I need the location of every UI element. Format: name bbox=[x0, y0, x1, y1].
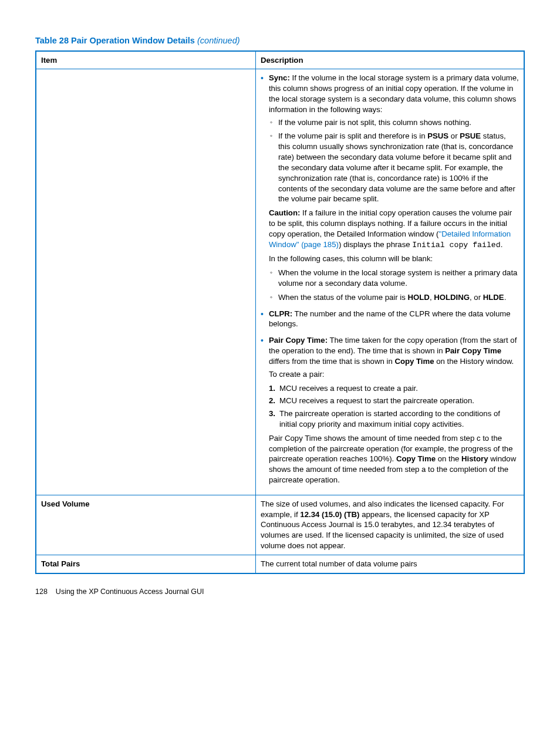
caution-paragraph: Caution: If a failure in the initial cop… bbox=[269, 208, 519, 250]
table-caption: Table 28 Pair Operation Window Details (… bbox=[35, 35, 525, 47]
item-blank bbox=[36, 69, 255, 495]
sync-lead: Sync: bbox=[269, 73, 290, 82]
page-number: 128 bbox=[35, 588, 48, 596]
sync-sub2-a: If the volume pair is split and therefor… bbox=[278, 131, 427, 140]
col-description: Description bbox=[255, 51, 524, 69]
pair-final-paragraph: Pair Copy Time shows the amount of time … bbox=[269, 433, 519, 485]
table-header-row: Item Description bbox=[36, 51, 524, 69]
blank-end: . bbox=[504, 293, 507, 302]
hlde-label: HLDE bbox=[483, 293, 504, 302]
table-row: Total Pairs The current total number of … bbox=[36, 555, 524, 573]
caution-body-b: ) displays the phrase bbox=[339, 240, 412, 249]
history-b: History bbox=[461, 454, 488, 463]
holding-label: HOLDING bbox=[434, 293, 470, 302]
psus: PSUS bbox=[427, 131, 448, 140]
blank-cases-intro: In the following cases, this column will… bbox=[269, 254, 519, 264]
copy-failed-code: Initial copy failed bbox=[412, 241, 500, 249]
used-vol-val: 12.34 (15.0) (TB) bbox=[300, 510, 359, 519]
table-row: Sync: If the volume in the local storage… bbox=[36, 69, 524, 495]
sync-sub-1: If the volume pair is not split, this co… bbox=[269, 117, 519, 128]
clpr-lead: CLPR: bbox=[269, 309, 292, 318]
hold-label: HOLD bbox=[408, 293, 430, 302]
step-2: MCU receives a request to start the pair… bbox=[269, 396, 519, 406]
step-3: The paircreate operation is started acco… bbox=[269, 409, 519, 430]
table-row: Used Volume The size of used volumes, an… bbox=[36, 495, 524, 555]
create-pair-steps: MCU receives a request to create a pair.… bbox=[269, 383, 519, 430]
blank-sub-2: When the status of the volume pair is HO… bbox=[269, 292, 519, 303]
caption-label: Table 28 Pair Operation Window Details bbox=[35, 36, 195, 45]
sep2: , or bbox=[470, 293, 483, 302]
blank-sub2-a: When the status of the volume pair is bbox=[278, 293, 408, 302]
footer-label: Using the XP Continuous Access Journal G… bbox=[56, 588, 204, 596]
sync-sub2-b: status, this column usually shows synchr… bbox=[278, 131, 515, 203]
col-item: Item bbox=[36, 51, 255, 69]
pair-body-c: on the History window. bbox=[434, 357, 514, 366]
to-create-label: To create a pair: bbox=[269, 369, 519, 380]
sync-sub-2: If the volume pair is split and therefor… bbox=[269, 131, 519, 204]
caution-body-c: . bbox=[501, 240, 503, 249]
page-footer: 128Using the XP Continuous Access Journa… bbox=[35, 587, 525, 597]
blank-sub-1: When the volume in the local storage sys… bbox=[269, 268, 519, 289]
cell-description-main: Sync: If the volume in the local storage… bbox=[255, 69, 524, 495]
bullet-clpr: CLPR: The number and the name of the CLP… bbox=[261, 309, 519, 330]
bullet-pair-copy-time: Pair Copy Time: The time taken for the c… bbox=[261, 335, 519, 485]
psue: PSUE bbox=[460, 131, 481, 140]
or-word: or bbox=[448, 131, 460, 140]
pair-operation-table: Item Description Sync: If the volume in … bbox=[35, 50, 525, 574]
clpr-body: The number and the name of the CLPR wher… bbox=[269, 309, 511, 329]
sync-body: If the volume in the local storage syste… bbox=[269, 73, 519, 113]
copy-time-b-2: Copy Time bbox=[396, 454, 436, 463]
step-1: MCU receives a request to create a pair. bbox=[269, 383, 519, 394]
pair-lead: Pair Copy Time: bbox=[269, 336, 328, 345]
final-b: on the bbox=[436, 454, 461, 463]
bullet-sync: Sync: If the volume in the local storage… bbox=[261, 73, 519, 302]
pair-body-b: differs from the time that is shown in bbox=[269, 357, 395, 366]
cell-total-pairs: The current total number of data volume … bbox=[255, 555, 524, 573]
caption-continued: (continued) bbox=[197, 36, 240, 45]
pair-copy-time-b: Pair Copy Time bbox=[445, 346, 501, 355]
item-used-volume: Used Volume bbox=[36, 495, 255, 555]
copy-time-b: Copy Time bbox=[394, 357, 434, 366]
cell-used-volume: The size of used volumes, and also indic… bbox=[255, 495, 524, 555]
item-total-pairs: Total Pairs bbox=[36, 555, 255, 573]
caution-lead: Caution: bbox=[269, 208, 300, 217]
